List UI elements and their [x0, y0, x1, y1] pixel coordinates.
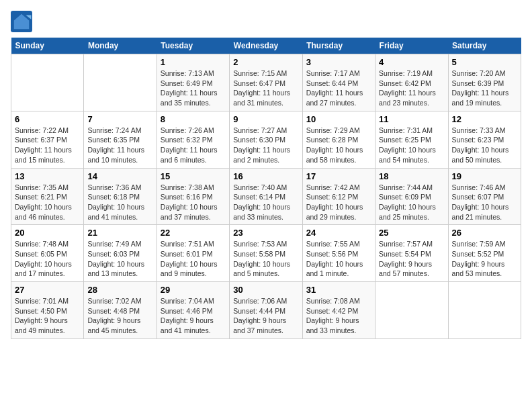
calendar-row: 6Sunrise: 7:22 AMSunset: 6:37 PMDaylight…	[11, 111, 521, 168]
day-number: 20	[15, 228, 80, 238]
day-info: Sunrise: 7:15 AMSunset: 6:47 PMDaylight:…	[233, 68, 298, 108]
calendar-cell: 18Sunrise: 7:44 AMSunset: 6:09 PMDayligh…	[375, 168, 448, 225]
weekday-header-row: SundayMondayTuesdayWednesdayThursdayFrid…	[11, 38, 521, 54]
day-number: 31	[306, 285, 371, 295]
day-number: 6	[15, 114, 80, 124]
calendar-cell: 21Sunrise: 7:49 AMSunset: 6:03 PMDayligh…	[84, 225, 157, 282]
day-number: 19	[452, 171, 517, 181]
day-info: Sunrise: 7:17 AMSunset: 6:44 PMDaylight:…	[306, 68, 371, 108]
weekday-header-monday: Monday	[84, 38, 157, 54]
calendar-cell: 5Sunrise: 7:20 AMSunset: 6:39 PMDaylight…	[448, 54, 521, 111]
calendar-cell: 1Sunrise: 7:13 AMSunset: 6:49 PMDaylight…	[157, 54, 229, 111]
day-info: Sunrise: 7:36 AMSunset: 6:18 PMDaylight:…	[87, 183, 152, 222]
calendar-cell: 11Sunrise: 7:31 AMSunset: 6:25 PMDayligh…	[375, 111, 448, 168]
calendar-cell: 16Sunrise: 7:40 AMSunset: 6:14 PMDayligh…	[230, 168, 302, 225]
calendar-row: 20Sunrise: 7:48 AMSunset: 6:05 PMDayligh…	[11, 225, 521, 282]
day-info: Sunrise: 7:04 AMSunset: 4:46 PMDaylight:…	[161, 296, 226, 336]
day-number: 7	[87, 114, 152, 124]
calendar-cell: 4Sunrise: 7:19 AMSunset: 6:42 PMDaylight…	[375, 54, 448, 111]
day-info: Sunrise: 7:22 AMSunset: 6:37 PMDaylight:…	[15, 126, 80, 165]
day-number: 24	[306, 228, 371, 238]
calendar-cell	[84, 54, 157, 111]
day-number: 11	[379, 114, 444, 124]
calendar-cell: 26Sunrise: 7:59 AMSunset: 5:52 PMDayligh…	[448, 225, 521, 282]
day-info: Sunrise: 7:20 AMSunset: 6:39 PMDaylight:…	[452, 68, 517, 108]
day-info: Sunrise: 7:51 AMSunset: 6:01 PMDaylight:…	[161, 239, 226, 279]
day-number: 4	[379, 57, 444, 67]
calendar-cell: 29Sunrise: 7:04 AMSunset: 4:46 PMDayligh…	[157, 282, 229, 339]
weekday-header-wednesday: Wednesday	[230, 38, 302, 54]
weekday-header-saturday: Saturday	[448, 38, 521, 54]
day-info: Sunrise: 7:33 AMSunset: 6:23 PMDaylight:…	[452, 126, 517, 165]
day-info: Sunrise: 7:02 AMSunset: 4:48 PMDaylight:…	[87, 296, 152, 336]
day-number: 21	[87, 228, 152, 238]
day-number: 29	[161, 285, 226, 295]
day-number: 12	[452, 114, 517, 124]
calendar-table: SundayMondayTuesdayWednesdayThursdayFrid…	[11, 38, 521, 339]
logo-icon	[11, 11, 32, 32]
weekday-header-sunday: Sunday	[11, 38, 84, 54]
calendar-cell: 20Sunrise: 7:48 AMSunset: 6:05 PMDayligh…	[11, 225, 84, 282]
calendar-cell: 30Sunrise: 7:06 AMSunset: 4:44 PMDayligh…	[230, 282, 302, 339]
day-info: Sunrise: 7:55 AMSunset: 5:56 PMDaylight:…	[306, 239, 371, 279]
calendar-cell: 28Sunrise: 7:02 AMSunset: 4:48 PMDayligh…	[84, 282, 157, 339]
day-info: Sunrise: 7:49 AMSunset: 6:03 PMDaylight:…	[87, 239, 152, 279]
day-info: Sunrise: 7:19 AMSunset: 6:42 PMDaylight:…	[379, 68, 444, 108]
day-number: 16	[233, 171, 298, 181]
day-info: Sunrise: 7:59 AMSunset: 5:52 PMDaylight:…	[452, 239, 517, 279]
calendar-cell: 9Sunrise: 7:27 AMSunset: 6:30 PMDaylight…	[230, 111, 302, 168]
calendar-cell: 19Sunrise: 7:46 AMSunset: 6:07 PMDayligh…	[448, 168, 521, 225]
calendar-cell: 22Sunrise: 7:51 AMSunset: 6:01 PMDayligh…	[157, 225, 229, 282]
day-info: Sunrise: 7:24 AMSunset: 6:35 PMDaylight:…	[87, 126, 152, 165]
day-info: Sunrise: 7:35 AMSunset: 6:21 PMDaylight:…	[15, 183, 80, 222]
calendar-cell: 7Sunrise: 7:24 AMSunset: 6:35 PMDaylight…	[84, 111, 157, 168]
day-number: 15	[161, 171, 226, 181]
day-info: Sunrise: 7:31 AMSunset: 6:25 PMDaylight:…	[379, 126, 444, 165]
calendar-cell: 14Sunrise: 7:36 AMSunset: 6:18 PMDayligh…	[84, 168, 157, 225]
day-number: 28	[87, 285, 152, 295]
day-info: Sunrise: 7:13 AMSunset: 6:49 PMDaylight:…	[161, 68, 226, 108]
day-info: Sunrise: 7:27 AMSunset: 6:30 PMDaylight:…	[233, 126, 298, 165]
day-info: Sunrise: 7:48 AMSunset: 6:05 PMDaylight:…	[15, 239, 80, 279]
calendar-cell: 24Sunrise: 7:55 AMSunset: 5:56 PMDayligh…	[302, 225, 375, 282]
day-number: 10	[306, 114, 371, 124]
day-number: 3	[306, 57, 371, 67]
day-info: Sunrise: 7:40 AMSunset: 6:14 PMDaylight:…	[233, 183, 298, 222]
weekday-header-friday: Friday	[375, 38, 448, 54]
calendar-row: 27Sunrise: 7:01 AMSunset: 4:50 PMDayligh…	[11, 282, 521, 339]
weekday-header-thursday: Thursday	[302, 38, 375, 54]
day-number: 13	[15, 171, 80, 181]
day-info: Sunrise: 7:46 AMSunset: 6:07 PMDaylight:…	[452, 183, 517, 222]
day-number: 23	[233, 228, 298, 238]
calendar-cell: 15Sunrise: 7:38 AMSunset: 6:16 PMDayligh…	[157, 168, 229, 225]
day-number: 26	[452, 228, 517, 238]
day-info: Sunrise: 7:01 AMSunset: 4:50 PMDaylight:…	[15, 296, 80, 336]
day-number: 18	[379, 171, 444, 181]
day-number: 30	[233, 285, 298, 295]
day-number: 22	[161, 228, 226, 238]
day-number: 27	[15, 285, 80, 295]
calendar-cell: 31Sunrise: 7:08 AMSunset: 4:42 PMDayligh…	[302, 282, 375, 339]
calendar-cell: 13Sunrise: 7:35 AMSunset: 6:21 PMDayligh…	[11, 168, 84, 225]
day-info: Sunrise: 7:38 AMSunset: 6:16 PMDaylight:…	[161, 183, 226, 222]
day-number: 9	[233, 114, 298, 124]
day-info: Sunrise: 7:29 AMSunset: 6:28 PMDaylight:…	[306, 126, 371, 165]
calendar-cell: 8Sunrise: 7:26 AMSunset: 6:32 PMDaylight…	[157, 111, 229, 168]
calendar-cell: 17Sunrise: 7:42 AMSunset: 6:12 PMDayligh…	[302, 168, 375, 225]
day-info: Sunrise: 7:42 AMSunset: 6:12 PMDaylight:…	[306, 183, 371, 222]
calendar-cell	[375, 282, 448, 339]
calendar-row: 1Sunrise: 7:13 AMSunset: 6:49 PMDaylight…	[11, 54, 521, 111]
calendar-cell: 25Sunrise: 7:57 AMSunset: 5:54 PMDayligh…	[375, 225, 448, 282]
day-number: 14	[87, 171, 152, 181]
day-number: 2	[233, 57, 298, 67]
calendar-cell: 23Sunrise: 7:53 AMSunset: 5:58 PMDayligh…	[230, 225, 302, 282]
day-number: 25	[379, 228, 444, 238]
day-info: Sunrise: 7:26 AMSunset: 6:32 PMDaylight:…	[161, 126, 226, 165]
day-info: Sunrise: 7:08 AMSunset: 4:42 PMDaylight:…	[306, 296, 371, 336]
calendar-cell	[11, 54, 84, 111]
day-info: Sunrise: 7:06 AMSunset: 4:44 PMDaylight:…	[233, 296, 298, 336]
day-info: Sunrise: 7:53 AMSunset: 5:58 PMDaylight:…	[233, 239, 298, 279]
logo	[11, 11, 35, 32]
weekday-header-tuesday: Tuesday	[157, 38, 229, 54]
day-number: 5	[452, 57, 517, 67]
